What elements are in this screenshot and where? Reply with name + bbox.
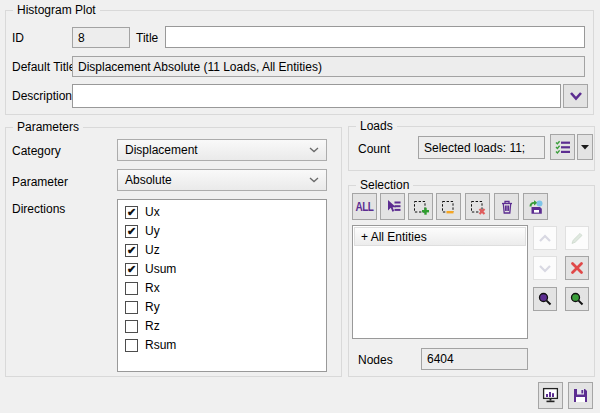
direction-checkbox-row[interactable]: ✔ Ux <box>118 203 326 222</box>
list-item[interactable]: + All Entities <box>354 227 526 246</box>
chevron-down-icon <box>569 91 583 101</box>
cursor-list-icon <box>385 199 401 215</box>
load-checklist-icon <box>555 139 571 155</box>
checkbox-label: Rx <box>145 282 160 295</box>
entities-list[interactable]: + All Entities <box>352 225 528 339</box>
checkbox-label: Ry <box>145 301 160 314</box>
save-selection-button[interactable] <box>523 193 548 220</box>
edit-button[interactable] <box>565 226 589 250</box>
default-title-field: Displacement Absolute (11 Loads, All Ent… <box>72 56 585 77</box>
monitor-histogram-icon <box>542 387 559 404</box>
checkbox[interactable] <box>125 320 138 333</box>
directions-list[interactable]: ✔ Ux ✔ Uy ✔ Uz ✔ Usum Rx Ry Rz Rsum <box>117 199 327 372</box>
count-label: Count <box>358 142 390 156</box>
box-add-button[interactable] <box>408 193 433 220</box>
save-selection-icon <box>528 199 544 215</box>
direction-checkbox-row[interactable]: ✔ Usum <box>118 260 326 279</box>
id-field: 8 <box>72 27 130 48</box>
description-input[interactable] <box>72 84 561 108</box>
chevron-down-icon <box>309 147 319 153</box>
direction-checkbox-row[interactable]: Rsum <box>118 336 326 355</box>
direction-checkbox-row[interactable]: ✔ Uz <box>118 241 326 260</box>
nodes-field: 6404 <box>421 348 528 370</box>
pick-selection-button[interactable] <box>380 193 405 220</box>
group-title: Loads <box>356 119 397 133</box>
chevron-down-icon <box>538 264 552 273</box>
group-title: Selection <box>356 178 413 192</box>
dashed-box-minus-icon <box>441 199 457 215</box>
delete-selection-button[interactable] <box>494 193 519 220</box>
description-label: Description <box>12 89 72 103</box>
parameter-select[interactable]: Absolute <box>117 169 327 191</box>
dashed-box-plus-icon <box>413 199 429 215</box>
checkbox-label: Rsum <box>145 339 176 352</box>
select-all-label: ALL <box>356 200 374 214</box>
direction-checkbox-row[interactable]: ✔ Uy <box>118 222 326 241</box>
checkbox-label: Rz <box>145 320 160 333</box>
dropdown-arrow-icon <box>581 145 589 150</box>
directions-label: Directions <box>12 202 65 216</box>
checkbox[interactable]: ✔ <box>125 244 138 257</box>
remove-item-button[interactable] <box>565 256 589 280</box>
direction-checkbox-row[interactable]: Ry <box>118 298 326 317</box>
loads-dropdown-button[interactable] <box>577 134 593 160</box>
group-title: Histogram Plot <box>13 3 100 17</box>
list-item-label: + All Entities <box>361 230 427 244</box>
trash-icon <box>499 199 515 215</box>
chevron-up-icon <box>538 234 552 243</box>
zoom-selected-button[interactable] <box>533 287 557 311</box>
checkbox[interactable]: ✔ <box>125 206 138 219</box>
checkbox-label: Usum <box>145 263 176 276</box>
save-button[interactable] <box>568 382 593 409</box>
count-field: Selected loads: 11; <box>418 136 545 159</box>
title-input[interactable] <box>165 26 585 48</box>
pencil-icon <box>570 231 584 245</box>
checkbox[interactable] <box>125 301 138 314</box>
red-x-icon <box>570 261 584 275</box>
id-label: ID <box>12 31 24 45</box>
move-down-button[interactable] <box>533 256 557 280</box>
direction-checkbox-row[interactable]: Rx <box>118 279 326 298</box>
parameter-value: Absolute <box>125 173 172 187</box>
nodes-label: Nodes <box>358 353 393 367</box>
box-remove-button[interactable] <box>465 193 490 220</box>
category-label: Category <box>12 144 61 158</box>
select-loads-button[interactable] <box>550 134 575 160</box>
zoom-all-button[interactable] <box>565 287 589 311</box>
category-value: Displacement <box>125 143 198 157</box>
magnifier-purple-icon <box>537 291 553 307</box>
checkbox[interactable]: ✔ <box>125 225 138 238</box>
category-select[interactable]: Displacement <box>117 139 327 161</box>
show-plot-button[interactable] <box>538 382 563 409</box>
box-subtract-button[interactable] <box>436 193 461 220</box>
default-title-label: Default Title <box>12 60 75 74</box>
parameter-label: Parameter <box>12 175 68 189</box>
dashed-box-x-icon <box>470 199 486 215</box>
checkbox[interactable] <box>125 282 138 295</box>
histogram-plot-panel: Histogram Plot ID 8 Title Default Title … <box>0 0 600 413</box>
group-title: Parameters <box>13 120 83 134</box>
save-floppy-icon <box>572 387 589 404</box>
checkbox-label: Ux <box>145 206 160 219</box>
magnifier-green-icon <box>569 291 585 307</box>
checkbox-label: Uz <box>145 244 160 257</box>
direction-checkbox-row[interactable]: Rz <box>118 317 326 336</box>
description-dropdown-button[interactable] <box>563 84 588 108</box>
checkbox[interactable] <box>125 339 138 352</box>
checkbox-label: Uy <box>145 225 160 238</box>
checkbox[interactable]: ✔ <box>125 263 138 276</box>
move-up-button[interactable] <box>533 226 557 250</box>
select-all-button[interactable]: ALL <box>352 193 377 220</box>
title-label: Title <box>136 31 158 45</box>
chevron-down-icon <box>309 177 319 183</box>
